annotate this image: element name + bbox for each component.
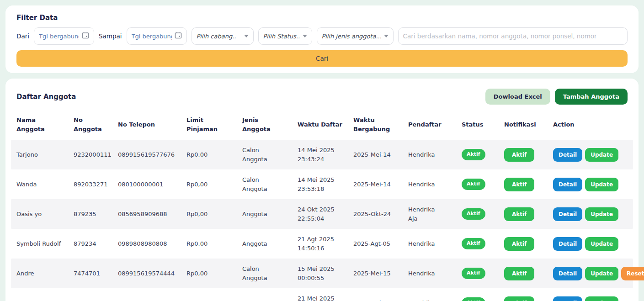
action-buttons: DetailUpdate	[548, 237, 633, 251]
date-from-input[interactable]: Tgl bergabung	[34, 27, 94, 45]
tambah-anggota-button[interactable]: Tambah Anggota	[555, 89, 628, 105]
column-header: Status	[456, 120, 499, 129]
calendar-icon[interactable]	[82, 32, 89, 41]
search-input[interactable]	[403, 32, 623, 40]
status-badge: Aktif	[462, 208, 485, 220]
waktu-daftar-cell: 14 Mei 2025 23:43:24	[292, 146, 348, 164]
status-badge: Aktif	[462, 149, 485, 160]
nama-anggota-cell: Karto .	[11, 299, 68, 301]
detail-button[interactable]: Detail	[553, 148, 582, 162]
update-button[interactable]: Update	[585, 237, 618, 251]
no-telepon-cell: 089915619574444	[112, 269, 181, 278]
detail-button[interactable]: Detail	[553, 237, 582, 251]
detail-button[interactable]: Detail	[553, 207, 582, 221]
cabang-select-value: Pilih cabang..	[197, 33, 236, 40]
nama-anggota-cell: Symboli Rudolf	[11, 239, 68, 248]
limit-pinjaman-cell: Rp0,00	[181, 150, 237, 159]
column-header: Limit Pinjaman	[181, 116, 237, 133]
column-header: Waktu Daftar	[292, 120, 348, 129]
notifikasi-button[interactable]: Aktif	[504, 237, 534, 251]
no-telepon-cell: 080100000001	[112, 180, 181, 189]
update-button[interactable]: Update	[585, 267, 618, 280]
update-button[interactable]: Update	[585, 148, 618, 162]
notifikasi-cell: Aktif	[499, 178, 548, 191]
limit-pinjaman-cell: Rp0,00	[181, 269, 237, 278]
limit-pinjaman-cell: Rp0,00	[181, 180, 237, 189]
jenis-anggota-select[interactable]: Pilih jenis anggota....	[317, 27, 394, 45]
detail-button[interactable]: Detail	[553, 178, 582, 191]
table-row: Karto . 712 0812196304382322 Rp0,00 Angg…	[11, 288, 633, 301]
column-header: No Telepon	[112, 120, 181, 129]
notifikasi-button[interactable]: Aktif	[504, 148, 534, 162]
pendaftar-cell: Hendrika	[403, 180, 456, 189]
waktu-daftar-date: 24 Okt 2025	[298, 205, 342, 214]
notifikasi-cell: Aktif	[499, 267, 548, 280]
waktu-daftar-time: 00:00:55	[298, 274, 342, 283]
table-row: Andre 7474701 089915619574444 Rp0,00 Cal…	[11, 259, 633, 288]
detail-button[interactable]: Detail	[553, 267, 582, 280]
cari-button[interactable]: Cari	[16, 50, 628, 67]
status-cell: Aktif	[456, 208, 499, 220]
update-button[interactable]: Update	[585, 296, 618, 301]
pendaftar-value: Hendrika	[408, 269, 435, 278]
status-cell: Aktif	[456, 297, 499, 301]
column-header: Pendaftar	[403, 120, 456, 129]
no-telepon-cell: 089915619577676	[112, 150, 181, 159]
status-badge: Aktif	[462, 268, 485, 279]
action-buttons: DetailUpdate	[548, 178, 633, 191]
limit-pinjaman-cell: Rp0,00	[181, 239, 237, 248]
cabang-select[interactable]: Pilih cabang..	[192, 27, 254, 45]
notifikasi-button[interactable]: Aktif	[504, 296, 534, 301]
update-button[interactable]: Update	[585, 207, 618, 221]
no-anggota-cell: 9232000111	[68, 150, 112, 159]
jenis-anggota-value: Calon Anggota	[242, 264, 271, 282]
calendar-icon[interactable]	[175, 32, 182, 41]
status-cell: Aktif	[456, 149, 499, 160]
download-excel-button[interactable]: Dowload Excel	[485, 89, 550, 105]
column-header: Waktu Bergabung	[348, 116, 403, 133]
waktu-daftar-time: 14:50:16	[298, 244, 342, 253]
reset-pin-button[interactable]: Reset PIN	[621, 267, 644, 280]
waktu-daftar-date: 21 Mei 2025	[298, 294, 342, 301]
pendaftar-value: Hendrika	[408, 239, 435, 248]
no-anggota-cell: 879235	[68, 210, 112, 219]
waktu-daftar-cell: 24 Okt 2025 22:55:04	[292, 205, 348, 223]
waktu-bergabung-cell: 2025-Mei-14	[348, 150, 403, 159]
pendaftar-value: Hendrika Aja	[408, 205, 440, 223]
no-telepon-cell: 0989808980808	[112, 239, 181, 248]
chevron-down-icon	[244, 35, 249, 37]
no-anggota-cell: 892033271	[68, 180, 112, 189]
notifikasi-button[interactable]: Aktif	[504, 267, 534, 280]
waktu-daftar-cell: 15 Mei 2025 00:00:55	[292, 264, 348, 282]
pendaftar-cell: Hendrika	[403, 239, 456, 248]
topbar-buttons: Dowload Excel Tambah Anggota	[485, 89, 628, 105]
chevron-down-icon	[384, 35, 389, 37]
filter-title: Filter Data	[11, 12, 633, 27]
action-buttons: DetailUpdate	[548, 148, 633, 162]
status-select[interactable]: Pilih Status..	[258, 27, 312, 45]
notifikasi-button[interactable]: Aktif	[504, 178, 534, 191]
waktu-bergabung-cell: 2025-Mei-15	[348, 269, 403, 278]
jenis-anggota-value: Calon Anggota	[242, 175, 271, 193]
filter-row: Dari Tgl bergabung Sampai Tgl bergabung …	[11, 27, 633, 45]
member-list-panel: Daftar Anggota Dowload Excel Tambah Angg…	[5, 79, 639, 301]
update-button[interactable]: Update	[585, 178, 618, 191]
action-buttons: DetailUpdate	[548, 207, 633, 221]
jenis-anggota-cell: Calon Anggota	[237, 175, 292, 193]
notifikasi-button[interactable]: Aktif	[504, 207, 534, 221]
waktu-bergabung-cell: 2025-Agt-05	[348, 239, 403, 248]
table-topbar: Daftar Anggota Dowload Excel Tambah Angg…	[11, 85, 633, 113]
detail-button[interactable]: Detail	[553, 296, 582, 301]
jenis-anggota-value: Anggota	[242, 299, 267, 301]
waktu-daftar-cell: 21 Mei 2025 14:26:28	[292, 294, 348, 301]
waktu-daftar-time: 23:43:24	[298, 155, 342, 164]
notifikasi-cell: Aktif	[499, 237, 548, 251]
jenis-anggota-select-value: Pilih jenis anggota....	[322, 33, 381, 40]
pendaftar-value: Hendrika	[408, 150, 435, 159]
date-from-placeholder: Tgl bergabung	[39, 33, 79, 40]
date-to-input[interactable]: Tgl bergabung	[127, 27, 187, 45]
jenis-anggota-cell: Anggota	[237, 210, 292, 219]
limit-pinjaman-cell: Rp0,00	[181, 299, 237, 301]
jenis-anggota-value: Calon Anggota	[242, 146, 271, 164]
waktu-daftar-date: 14 Mei 2025	[298, 146, 342, 155]
